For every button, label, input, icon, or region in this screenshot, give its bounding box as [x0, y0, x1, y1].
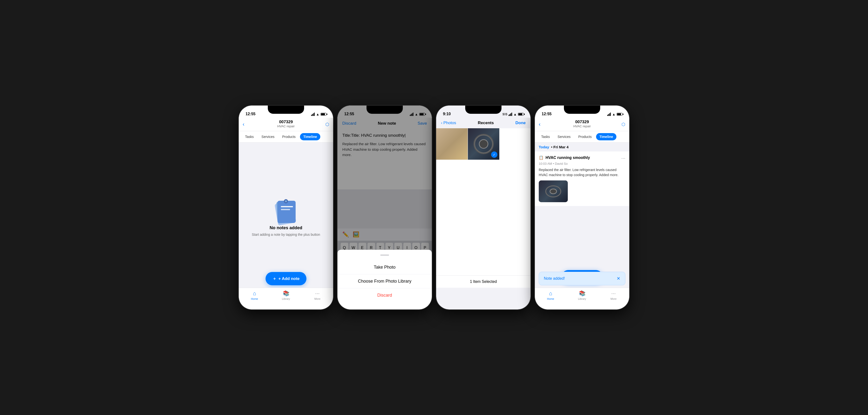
phone-3: 9:10 $0$ ▲ ‹ Photos Recents — [436, 106, 530, 309]
note-more-button[interactable]: ··· — [621, 155, 625, 161]
action-discard[interactable]: Discard — [338, 288, 432, 302]
action-sheet: Take Photo Choose From Photo Library Dis… — [338, 250, 432, 309]
nav-header-4: ‹ 007329 HVAC repair ⬡ — [535, 118, 629, 131]
status-time-4: 12:55 — [541, 112, 552, 116]
header-subtitle-4: HVAC repair — [539, 125, 625, 128]
back-button[interactable]: ‹ — [243, 121, 244, 128]
tab-services[interactable]: Services — [258, 133, 278, 140]
notch — [268, 106, 304, 114]
header-title-4: 007329 — [539, 119, 625, 125]
bottom-nav-more-4[interactable]: ··· More — [598, 290, 629, 300]
header-subtitle: HVAC repair — [243, 125, 329, 128]
battery-icon — [320, 113, 327, 116]
add-note-button[interactable]: ＋ + Add note — [266, 272, 307, 285]
header-title: 007329 — [243, 119, 329, 125]
signal-icon-4 — [607, 112, 611, 116]
svg-rect-4 — [281, 209, 290, 210]
tab-timeline-4[interactable]: Timeline — [596, 133, 617, 140]
note-card-icon: 📋 — [539, 155, 544, 160]
photos-done-button[interactable]: Done — [516, 120, 526, 125]
tab-timeline[interactable]: Timeline — [300, 133, 320, 140]
photos-back-button[interactable]: ‹ Photos — [441, 120, 456, 125]
status-time: 12:55 — [246, 112, 255, 116]
phone-4-screen: 12:55 ▲ ‹ 007329 HVAC repair ⬡ — [535, 106, 629, 309]
bottom-nav-more-label: More — [314, 297, 320, 300]
bottom-nav-home-4[interactable]: ⌂ Home — [535, 290, 566, 300]
tab-products-4[interactable]: Products — [575, 133, 595, 140]
tab-services-4[interactable]: Services — [554, 133, 574, 140]
export-button[interactable]: ⬡ — [326, 122, 329, 127]
toast-close-button[interactable]: ✕ — [617, 276, 620, 281]
home-icon-4: ⌂ — [549, 290, 552, 297]
notch-3 — [465, 106, 501, 114]
battery-icon-3 — [518, 113, 524, 116]
signal-icon — [311, 112, 315, 116]
add-note-label: + Add note — [278, 276, 300, 281]
note-text: Replaced the air filter. Low refrigerant… — [539, 167, 625, 178]
library-icon-4: 📚 — [579, 290, 585, 297]
bottom-nav-more[interactable]: ··· More — [302, 290, 333, 300]
signal-icon-3 — [508, 112, 512, 116]
bottom-nav-home-label-4: Home — [547, 297, 554, 300]
toast-notification: Note added! ✕ — [539, 272, 625, 285]
tab-bar-4: Tasks Services Products Timeline — [535, 131, 629, 142]
note-meta: 10:03 AM • David So — [539, 162, 625, 166]
phone-2-screen: 12:55 ▲ Discard New note Save — [338, 106, 432, 309]
status-icons: ▲ — [311, 112, 327, 116]
bottom-nav-home-label: Home — [251, 297, 258, 300]
chevron-left-icon: ‹ — [441, 120, 442, 125]
note-card-title: HVAC running smoothly — [546, 155, 590, 160]
wifi-icon: ▲ — [316, 112, 319, 116]
note-card-title-row: 📋 HVAC running smoothly — [539, 155, 590, 160]
timeline-today-label: Today — [539, 145, 549, 149]
photos-nav: ‹ Photos Recents Done — [436, 118, 530, 128]
empty-subtitle: Start adding a note by tapping the plus … — [252, 232, 320, 237]
action-take-photo[interactable]: Take Photo — [338, 261, 432, 274]
notes-illustration — [270, 194, 302, 226]
bottom-nav-home[interactable]: ⌂ Home — [239, 290, 270, 300]
status-icons-4: ▲ — [607, 112, 622, 116]
tab-tasks[interactable]: Tasks — [242, 133, 257, 140]
photo-selected-check: ✓ — [491, 151, 497, 158]
status-time-3: 9:10 — [443, 112, 451, 116]
bottom-nav-library[interactable]: 📚 Library — [270, 290, 302, 300]
empty-title: No notes added — [270, 226, 302, 231]
photo-hvac-selected[interactable]: ✓ — [468, 128, 499, 160]
more-icon-4: ··· — [611, 290, 616, 297]
photo-carpet[interactable] — [436, 128, 468, 160]
battery-icon-4 — [617, 113, 622, 116]
carrier-label: $0$ — [502, 112, 507, 116]
tab-bar: Tasks Services Products Timeline — [239, 131, 333, 142]
export-button-4[interactable]: ⬡ — [621, 122, 625, 127]
bottom-nav-more-label-4: More — [610, 297, 616, 300]
action-photo-library[interactable]: Choose From Photo Library — [338, 274, 432, 288]
photos-grid: ✓ — [436, 128, 530, 160]
wifi-icon-4: ▲ — [612, 112, 615, 116]
bottom-nav-library-label-4: Library — [578, 297, 586, 300]
notch-4 — [564, 106, 600, 114]
phone-1: 12:55 ▲ ‹ 007329 HVAC repair ⬡ — [239, 106, 333, 309]
toast-message: Note added! — [544, 276, 565, 281]
phone-2: 12:55 ▲ Discard New note Save — [338, 106, 432, 309]
note-card: 📋 HVAC running smoothly ··· 10:03 AM • D… — [535, 151, 629, 206]
svg-point-6 — [285, 200, 287, 202]
tab-products[interactable]: Products — [279, 133, 299, 140]
sheet-handle — [380, 254, 389, 255]
bottom-nav-4: ⌂ Home 📚 Library ··· More — [535, 288, 629, 309]
nav-header: ‹ 007329 HVAC repair ⬡ — [239, 118, 333, 131]
timeline-header: Today • Fri Mar 4 — [535, 142, 629, 151]
phone-4: 12:55 ▲ ‹ 007329 HVAC repair ⬡ — [535, 106, 629, 309]
photo-grid-empty-area — [436, 160, 530, 278]
tab-tasks-4[interactable]: Tasks — [538, 133, 553, 140]
bottom-nav-library-4[interactable]: 📚 Library — [566, 290, 598, 300]
phone-1-screen: 12:55 ▲ ‹ 007329 HVAC repair ⬡ — [239, 106, 333, 309]
svg-rect-3 — [281, 206, 293, 207]
photos-title: Recents — [478, 120, 494, 125]
note-image — [539, 180, 568, 202]
empty-state: No notes added Start adding a note by ta… — [239, 142, 333, 288]
library-icon: 📚 — [283, 290, 289, 297]
back-button-4[interactable]: ‹ — [539, 121, 540, 128]
bottom-nav-library-label: Library — [282, 297, 290, 300]
home-icon: ⌂ — [253, 290, 256, 297]
bottom-nav: ⌂ Home 📚 Library ··· More — [239, 288, 333, 309]
